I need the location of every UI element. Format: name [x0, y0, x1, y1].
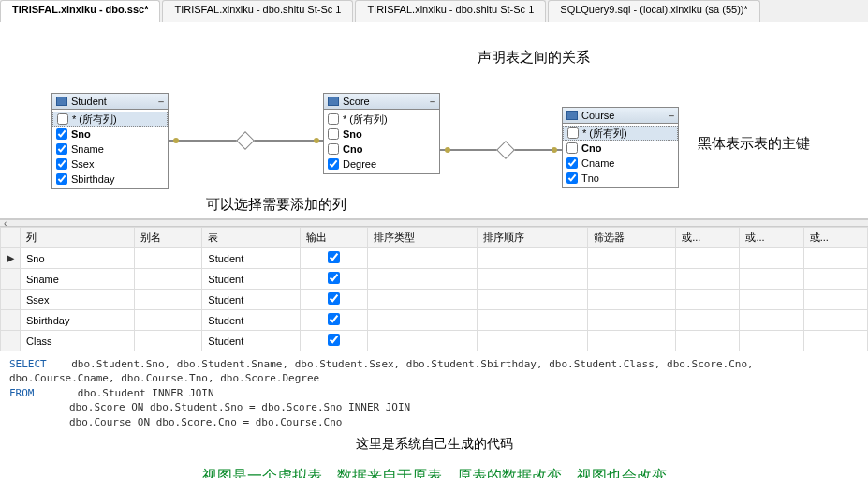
table-student[interactable]: Student – * (所有列)SnoSnameSsexSbirthday — [51, 93, 169, 189]
column-checkbox[interactable] — [56, 173, 67, 185]
grid-row[interactable]: ▶SnoStudent — [1, 248, 868, 269]
grid-cell[interactable] — [368, 331, 478, 351]
grid-cell[interactable] — [803, 248, 867, 269]
grid-header[interactable]: 或... — [803, 228, 867, 248]
grid-header[interactable]: 排序类型 — [368, 228, 478, 248]
output-checkbox[interactable] — [328, 251, 340, 263]
grid-header[interactable]: 筛选器 — [587, 228, 676, 248]
grid-cell[interactable]: Student — [202, 248, 301, 269]
table-course-title[interactable]: Course – — [563, 108, 678, 124]
grid-cell[interactable] — [135, 310, 202, 331]
grid-header[interactable]: 列 — [21, 228, 135, 248]
column-checkbox[interactable] — [57, 113, 68, 125]
column-row[interactable]: Sno — [324, 127, 439, 142]
grid-cell[interactable] — [135, 269, 202, 290]
column-checkbox[interactable] — [566, 157, 578, 169]
join-diamond-icon[interactable] — [496, 141, 515, 159]
column-row[interactable]: Sname — [52, 142, 168, 157]
grid-cell[interactable] — [803, 269, 867, 290]
grid-cell[interactable] — [803, 310, 867, 331]
grid-cell[interactable] — [587, 248, 676, 269]
grid-cell[interactable]: Class — [21, 331, 135, 351]
grid-row[interactable]: SsexStudent — [1, 290, 868, 310]
column-checkbox[interactable] — [328, 113, 339, 125]
grid-cell[interactable] — [135, 331, 202, 351]
row-selector[interactable] — [1, 269, 21, 290]
table-student-title[interactable]: Student – — [52, 94, 168, 110]
row-selector[interactable] — [1, 290, 21, 310]
grid-header[interactable]: 输出 — [301, 228, 368, 248]
grid-header[interactable]: 或... — [676, 228, 740, 248]
column-checkbox[interactable] — [566, 142, 578, 154]
table-score[interactable]: Score – * (所有列)SnoCnoDegree — [323, 93, 440, 174]
grid-cell[interactable] — [368, 248, 478, 269]
column-checkbox[interactable] — [567, 127, 579, 139]
grid-cell[interactable] — [676, 248, 740, 269]
tab-2[interactable]: TIRISFAL.xinxiku - dbo.shitu St-Sc 1 — [355, 0, 546, 22]
grid-cell[interactable] — [478, 290, 587, 310]
grid-cell[interactable] — [740, 269, 803, 290]
grid-cell[interactable]: Student — [202, 331, 301, 351]
column-checkbox[interactable] — [328, 158, 339, 170]
grid-cell[interactable] — [587, 331, 676, 351]
column-row[interactable]: Cno — [324, 142, 439, 157]
grid-cell[interactable] — [301, 310, 368, 331]
grid-cell[interactable]: Student — [202, 310, 301, 331]
grid-cell[interactable] — [478, 331, 587, 351]
column-checkbox[interactable] — [328, 143, 339, 155]
minimize-icon[interactable]: – — [430, 96, 435, 107]
column-row[interactable]: * (所有列) — [52, 112, 168, 127]
minimize-icon[interactable]: – — [669, 110, 674, 121]
output-checkbox[interactable] — [328, 272, 340, 284]
grid-cell[interactable] — [740, 331, 803, 351]
column-checkbox[interactable] — [56, 143, 67, 155]
sql-pane[interactable]: SELECT dbo.Student.Sno, dbo.Student.Snam… — [0, 351, 868, 459]
grid-cell[interactable] — [676, 310, 740, 331]
column-row[interactable]: Sno — [52, 127, 168, 142]
grid-cell[interactable] — [368, 310, 478, 331]
join-diamond-icon[interactable] — [236, 131, 255, 150]
tab-3[interactable]: SQLQuery9.sql - (local).xinxiku (sa (55)… — [548, 0, 760, 22]
grid-cell[interactable] — [587, 290, 676, 310]
column-row[interactable]: Ssex — [52, 157, 168, 172]
pane-splitter[interactable]: ‹ — [0, 219, 868, 227]
grid-header[interactable]: 表 — [202, 228, 301, 248]
grid-cell[interactable] — [587, 269, 676, 290]
output-checkbox[interactable] — [328, 334, 340, 346]
grid-cell[interactable] — [478, 269, 587, 290]
output-checkbox[interactable] — [328, 313, 340, 325]
grid-cell[interactable]: Sname — [21, 269, 135, 290]
minimize-icon[interactable]: – — [158, 96, 164, 107]
grid-cell[interactable] — [301, 290, 368, 310]
grid-cell[interactable] — [676, 331, 740, 351]
grid-cell[interactable] — [740, 290, 803, 310]
grid-cell[interactable]: Student — [202, 290, 301, 310]
grid-header[interactable]: 排序顺序 — [478, 228, 587, 248]
column-row[interactable]: * (所有列) — [563, 126, 678, 141]
grid-cell[interactable] — [478, 248, 587, 269]
grid-cell[interactable] — [368, 269, 478, 290]
grid-cell[interactable] — [740, 310, 803, 331]
table-course[interactable]: Course – * (所有列)CnoCnameTno — [562, 107, 679, 188]
grid-cell[interactable] — [301, 331, 368, 351]
grid-cell[interactable] — [301, 269, 368, 290]
column-row[interactable]: Cname — [563, 156, 678, 171]
row-selector[interactable] — [1, 310, 21, 331]
column-checkbox[interactable] — [328, 128, 339, 140]
tab-0[interactable]: TIRISFAL.xinxiku - dbo.ssc* — [0, 0, 160, 22]
grid-cell[interactable]: Sno — [21, 248, 135, 269]
grid-cell[interactable]: Student — [202, 269, 301, 290]
grid-header[interactable]: 别名 — [135, 228, 202, 248]
output-checkbox[interactable] — [328, 292, 340, 305]
grid-cell[interactable] — [368, 290, 478, 310]
table-score-title[interactable]: Score – — [324, 94, 439, 110]
grid-cell[interactable] — [135, 290, 202, 310]
grid-cell[interactable]: Ssex — [21, 290, 135, 310]
grid-cell[interactable] — [301, 248, 368, 269]
column-row[interactable]: * (所有列) — [324, 112, 439, 127]
row-selector[interactable] — [1, 331, 21, 351]
grid-cell[interactable] — [676, 269, 740, 290]
column-checkbox[interactable] — [56, 158, 67, 170]
grid-header[interactable]: 或... — [740, 228, 803, 248]
column-checkbox[interactable] — [566, 172, 578, 184]
